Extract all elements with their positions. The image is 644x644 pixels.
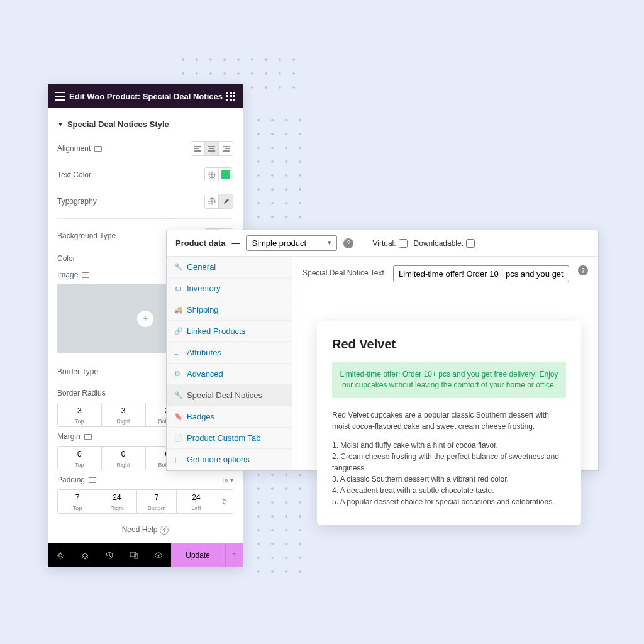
alignment-buttons <box>191 141 233 156</box>
product-type-select[interactable]: Simple product <box>246 235 337 251</box>
desktop-icon[interactable] <box>94 146 102 152</box>
control-text-color: Text Color <box>57 162 233 188</box>
help-icon: ? <box>160 526 169 535</box>
divider <box>57 218 233 219</box>
help-icon[interactable]: ? <box>343 238 353 248</box>
desktop-icon[interactable] <box>84 434 92 440</box>
border-radius-top[interactable] <box>58 403 101 418</box>
grid-icon[interactable] <box>226 92 235 101</box>
padding-top[interactable] <box>58 490 97 505</box>
product-title: Red Velvet <box>332 337 566 352</box>
tab-label: Special Deal Notices <box>187 391 262 400</box>
product-tab-badges[interactable]: 🔖Badges <box>167 406 292 428</box>
update-button[interactable]: Update <box>171 543 225 567</box>
padding-inputs: Top Right Bottom Left <box>57 489 233 514</box>
tab-label: Badges <box>187 412 214 421</box>
margin-right[interactable] <box>102 447 145 462</box>
downloadable-checkbox-label: Downloadable: <box>414 239 475 248</box>
padding-left[interactable] <box>177 490 216 505</box>
unit-select[interactable]: px ▾ <box>222 477 233 484</box>
bullet-item: 3. A classic Southern dessert with a vib… <box>332 474 566 485</box>
tab-label: Attributes <box>187 348 221 357</box>
border-radius-right[interactable] <box>102 403 145 418</box>
product-tab-attributes[interactable]: ≡Attributes <box>167 342 292 364</box>
notice-field-label: Special Deal Notice Text <box>303 265 384 277</box>
history-button[interactable] <box>97 543 121 567</box>
padding-right[interactable] <box>97 490 136 505</box>
product-tab-special-deal-notices[interactable]: 🔧Special Deal Notices <box>167 385 292 406</box>
plus-icon: + <box>137 311 153 327</box>
desktop-icon[interactable] <box>89 477 96 483</box>
product-tab-get-more-options[interactable]: ↓Get more options <box>167 449 292 470</box>
virtual-checkbox-label: Virtual: <box>372 239 407 248</box>
navigator-button[interactable] <box>72 543 97 567</box>
tab-label: Advanced <box>187 369 223 379</box>
deal-notice-banner: Limited-time offer! Order 10+ pcs and yo… <box>332 362 566 398</box>
product-bullets: 1. Moist and fluffy cake with a hint of … <box>332 440 566 508</box>
color-swatch <box>221 170 230 179</box>
global-color-button[interactable] <box>205 168 219 182</box>
caret-down-icon: ▼ <box>57 121 64 128</box>
product-description: Red Velvet cupcakes are a popular classi… <box>332 409 566 432</box>
link-values-button[interactable] <box>216 490 233 513</box>
tab-label: General <box>187 262 216 272</box>
product-data-tabs: 🔧General🏷Inventory🚚Shipping🔗Linked Produ… <box>167 257 292 470</box>
product-tab-general[interactable]: 🔧General <box>167 257 292 278</box>
tab-icon: 🚚 <box>174 306 182 314</box>
product-data-header: Product data — Simple product ? Virtual:… <box>167 230 598 257</box>
typography-label: Typography <box>57 197 97 206</box>
margin-top[interactable] <box>58 447 101 462</box>
virtual-checkbox[interactable] <box>399 239 408 248</box>
chevron-up-icon: ⌃ <box>231 552 237 560</box>
tab-icon: 🔗 <box>174 327 182 335</box>
chevron-down-icon: ▾ <box>230 477 233 484</box>
tab-label: Get more options <box>187 455 250 464</box>
need-help-row[interactable]: Need Help? <box>57 514 233 541</box>
global-typography-button[interactable] <box>205 194 219 208</box>
text-color-label: Text Color <box>57 170 91 179</box>
tab-label: Linked Products <box>187 326 245 336</box>
align-right-button[interactable] <box>219 142 233 155</box>
product-tab-shipping[interactable]: 🚚Shipping <box>167 299 292 321</box>
background-type-label: Background Type <box>57 231 116 240</box>
tab-icon: 🔖 <box>174 413 182 421</box>
padding-label-row: Padding px ▾ <box>57 470 233 487</box>
tab-icon: ≡ <box>174 349 182 357</box>
border-type-label: Border Type <box>57 367 98 376</box>
bullet-item: 1. Moist and fluffy cake with a hint of … <box>332 440 566 451</box>
hamburger-icon[interactable] <box>55 92 65 101</box>
svg-point-7 <box>157 555 159 557</box>
product-preview-card: Red Velvet Limited-time offer! Order 10+… <box>317 321 581 525</box>
padding-bottom[interactable] <box>137 490 176 505</box>
preview-button[interactable] <box>146 543 170 567</box>
desktop-icon[interactable] <box>82 272 89 278</box>
panel-header: Edit Woo Product: Special Deal Notices <box>48 84 243 108</box>
product-tab-advanced[interactable]: ⚙Advanced <box>167 364 292 385</box>
product-data-title: Product data <box>175 238 225 248</box>
control-alignment: Alignment <box>57 135 233 162</box>
tab-label: Inventory <box>187 284 220 293</box>
color-picker-button[interactable] <box>219 168 233 182</box>
product-tab-linked-products[interactable]: 🔗Linked Products <box>167 321 292 342</box>
tab-label: Product Custom Tab <box>187 433 261 443</box>
padding-label: Padding <box>57 475 85 484</box>
notice-text-input[interactable] <box>393 265 569 282</box>
align-center-button[interactable] <box>205 142 219 155</box>
tab-icon: 🏷 <box>174 285 182 292</box>
dash: — <box>231 238 240 248</box>
downloadable-checkbox[interactable] <box>466 239 475 248</box>
section-title[interactable]: ▼ Special Deal Notices Style <box>57 116 233 135</box>
update-options-button[interactable]: ⌃ <box>225 543 243 567</box>
responsive-button[interactable] <box>121 543 146 567</box>
settings-button[interactable] <box>48 543 72 567</box>
align-left-button[interactable] <box>191 142 205 155</box>
svg-point-4 <box>58 554 62 557</box>
tab-icon: 📄 <box>174 434 182 442</box>
tab-icon: 🔧 <box>174 263 182 271</box>
help-icon[interactable]: ? <box>578 265 588 275</box>
panel-title: Edit Woo Product: Special Deal Notices <box>65 92 226 101</box>
bullet-item: 5. A popular dessert choice for special … <box>332 496 566 508</box>
product-tab-inventory[interactable]: 🏷Inventory <box>167 278 292 299</box>
typography-edit-button[interactable] <box>219 194 233 208</box>
product-tab-product-custom-tab[interactable]: 📄Product Custom Tab <box>167 428 292 449</box>
